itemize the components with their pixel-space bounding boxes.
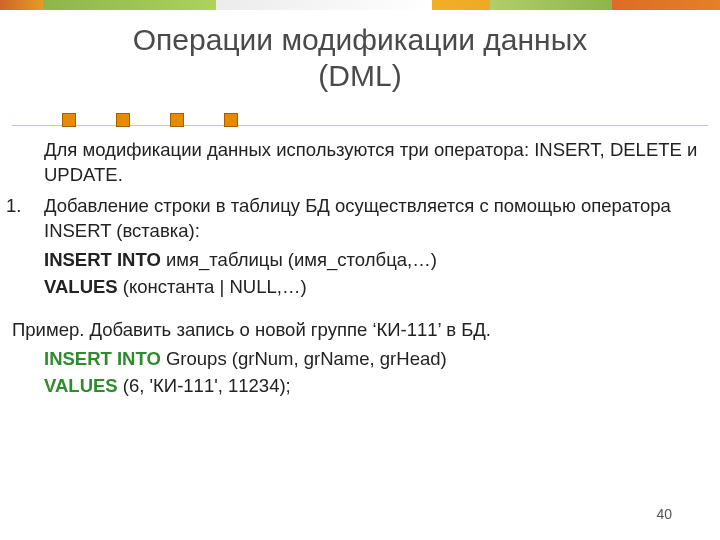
title-underline bbox=[12, 118, 708, 132]
list-number: 1. bbox=[6, 194, 21, 219]
example-line-1: INSERT INTO Groups (grNum, grName, grHea… bbox=[44, 347, 698, 372]
syntax-line-1-rest: имя_таблицы (имя_столбца,…) bbox=[161, 249, 437, 270]
intro-paragraph: Для модификации данных используются три … bbox=[44, 138, 698, 188]
square-bullet-icon bbox=[62, 113, 76, 127]
insert-into-keyword-example: INSERT INTO bbox=[44, 348, 161, 369]
square-bullet-icon bbox=[224, 113, 238, 127]
square-bullet-icon bbox=[116, 113, 130, 127]
example-label: Пример. Добавить запись о новой группе ‘… bbox=[12, 318, 698, 343]
example-line-1-rest: Groups (grNum, grName, grHead) bbox=[161, 348, 447, 369]
syntax-line-1: INSERT INTO имя_таблицы (имя_столбца,…) bbox=[44, 248, 698, 273]
slide-title-line1: Операции модификации данных bbox=[0, 22, 720, 58]
syntax-line-2-rest: (константа | NULL,…) bbox=[118, 276, 307, 297]
bullet-row bbox=[62, 112, 238, 126]
page-number: 40 bbox=[656, 506, 672, 522]
slide-body: Для модификации данных используются три … bbox=[12, 138, 698, 401]
values-keyword: VALUES bbox=[44, 276, 118, 297]
list-item-1-text: Добавление строки в таблицу БД осуществл… bbox=[44, 195, 671, 241]
slide: Операции модификации данных (DML) Для мо… bbox=[0, 0, 720, 540]
insert-into-keyword: INSERT INTO bbox=[44, 249, 161, 270]
example-line-2: VALUES (6, 'КИ-111', 11234); bbox=[44, 374, 698, 399]
example-line-2-rest: (6, 'КИ-111', 11234); bbox=[118, 375, 291, 396]
square-bullet-icon bbox=[170, 113, 184, 127]
slide-title-line2: (DML) bbox=[0, 58, 720, 94]
values-keyword-example: VALUES bbox=[44, 375, 118, 396]
syntax-line-2: VALUES (константа | NULL,…) bbox=[44, 275, 698, 300]
title-block: Операции модификации данных (DML) bbox=[0, 22, 720, 94]
top-decoration-bar bbox=[0, 0, 720, 10]
list-item-1: 1. Добавление строки в таблицу БД осущес… bbox=[44, 194, 698, 244]
